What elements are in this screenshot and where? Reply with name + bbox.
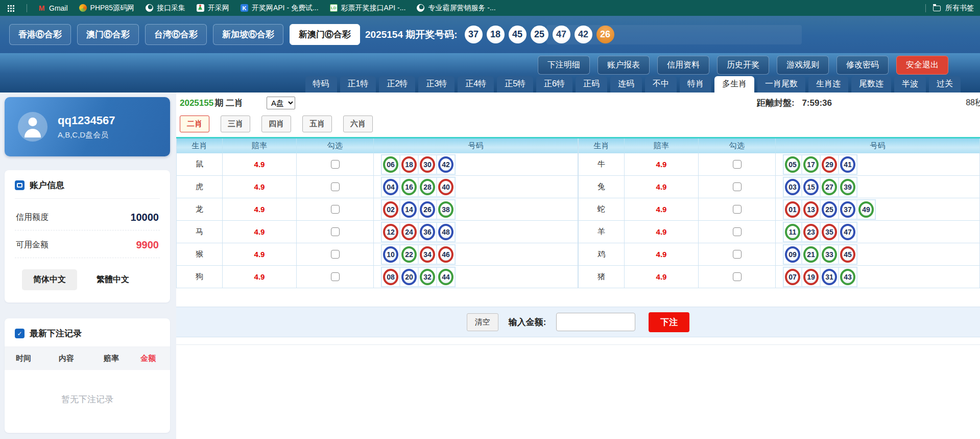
account-button[interactable]: 历史开奖 (717, 56, 769, 75)
nav-tab-过关[interactable]: 过关 (929, 76, 961, 93)
nav-tab-正6特[interactable]: 正6特 (536, 76, 572, 93)
zodiac-checkbox[interactable] (331, 205, 340, 214)
number-ball: 01 (785, 201, 800, 218)
all-bookmarks-button[interactable]: 所有书签 (931, 4, 974, 13)
ball-cell: 44 (437, 267, 455, 287)
plate-select[interactable]: A盘 (267, 97, 295, 109)
palm-icon (197, 4, 204, 12)
number-ball: 32 (420, 269, 435, 285)
account-button[interactable]: 信用资料 (657, 56, 709, 75)
zodiac-cell: 虎 (177, 176, 223, 198)
account-button[interactable]: 账户报表 (597, 56, 650, 75)
bookmark-item[interactable]: LD彩票开奖接口API -... (324, 2, 412, 15)
bookmark-item[interactable]: MGmail (32, 2, 74, 15)
number-ball: 38 (438, 201, 453, 218)
number-ball: 04 (383, 179, 398, 195)
bookmark-item[interactable]: PHP85源码网 (74, 2, 140, 15)
account-info-card: 账户信息 信用额度10000可用金额9900 简体中文 繁體中文 (5, 170, 170, 303)
bet-records-column: 赔率 (104, 354, 140, 363)
account-button[interactable]: 下注明细 (538, 56, 590, 75)
lottery-tab[interactable]: 台湾⑥合彩 (145, 24, 207, 45)
nav-tab-连码[interactable]: 连码 (610, 76, 642, 93)
lang-simplified-button[interactable]: 简体中文 (22, 269, 77, 290)
column-header: 勾选 (699, 138, 776, 153)
logout-button[interactable]: 安全退出 (896, 56, 948, 75)
number-ball: 48 (438, 224, 453, 240)
numbers-cell: 08203244 (374, 266, 578, 288)
sub-tab-五肖[interactable]: 五肖 (302, 115, 332, 132)
number-ball: 17 (803, 156, 819, 173)
zodiac-checkbox[interactable] (733, 205, 742, 214)
ball-cell: 46 (437, 245, 455, 264)
zodiac-checkbox[interactable] (331, 250, 340, 259)
nav-tab-正码[interactable]: 正码 (576, 76, 607, 93)
account-info-row: 可用金额9900 (15, 230, 160, 258)
zodiac-cell: 马 (177, 221, 223, 243)
sub-tab-二肖[interactable]: 二肖 (180, 115, 209, 132)
lottery-tab[interactable]: 新澳门⑥合彩 (290, 24, 360, 45)
nav-tab-半波[interactable]: 半波 (894, 76, 926, 93)
bookmark-label: PHP85源码网 (90, 4, 134, 13)
ld-icon: LD (330, 4, 338, 12)
bet-records-column: 内容 (59, 354, 104, 363)
lottery-tabs: 香港⑥合彩澳门⑥合彩台湾⑥合彩新加坡⑥合彩新澳门⑥合彩 (9, 24, 360, 45)
amount-label: 输入金额: (509, 316, 546, 328)
nav-tab-正5特[interactable]: 正5特 (497, 76, 533, 93)
bookmark-item[interactable]: 专业霸屏营销服务 -... (411, 2, 501, 15)
apps-grid-icon[interactable] (6, 5, 16, 12)
zodiac-checkbox[interactable] (331, 182, 340, 191)
zodiac-checkbox[interactable] (733, 227, 742, 236)
sub-tab-四肖[interactable]: 四肖 (261, 115, 291, 132)
nav-tab-正4特[interactable]: 正4特 (458, 76, 494, 93)
lang-traditional-button[interactable]: 繁體中文 (85, 269, 140, 290)
nav-tab-正1特[interactable]: 正1特 (340, 76, 376, 93)
number-ball: 07 (785, 269, 800, 285)
bookmark-item[interactable]: 接口采集 (140, 2, 191, 15)
clear-button[interactable]: 清空 (467, 313, 498, 331)
checkbox-cell (297, 221, 374, 243)
notice-area (546, 25, 802, 44)
lottery-tab[interactable]: 香港⑥合彩 (9, 24, 71, 45)
zodiac-cell: 猪 (579, 266, 625, 288)
zodiac-checkbox[interactable] (331, 160, 340, 169)
ball-cell: 31 (820, 267, 839, 287)
number-ball: 41 (840, 156, 855, 173)
nav-tab-一肖尾数[interactable]: 一肖尾数 (757, 76, 805, 93)
separator (925, 4, 926, 12)
sub-tab-六肖[interactable]: 六肖 (343, 115, 373, 132)
zodiac-checkbox[interactable] (733, 182, 742, 191)
odds-cell: 4.9 (625, 176, 699, 198)
bookmark-label: 接口采集 (157, 4, 185, 13)
zodiac-checkbox[interactable] (331, 272, 340, 281)
numbers-cell: 10223446 (374, 243, 578, 266)
amount-input[interactable] (556, 313, 635, 331)
zodiac-checkbox[interactable] (733, 250, 742, 259)
ball-cell: 40 (437, 177, 455, 197)
nav-tab-不中[interactable]: 不中 (645, 76, 677, 93)
ball-group: 02142638 (381, 199, 456, 220)
lottery-tab[interactable]: 澳门⑥合彩 (77, 24, 139, 45)
zodiac-checkbox[interactable] (331, 227, 340, 236)
checkbox-cell (699, 221, 776, 243)
bookmark-item[interactable]: K开奖网API - 免费试... (235, 2, 324, 15)
ball-cell: 28 (418, 177, 437, 197)
bookmark-item[interactable]: 开采网 (191, 2, 235, 15)
ball-cell: 16 (400, 177, 418, 197)
nav-tab-生肖连[interactable]: 生肖连 (808, 76, 848, 93)
zodiac-checkbox[interactable] (733, 272, 742, 281)
bet-submit-button[interactable]: 下注 (649, 312, 689, 332)
numbers-cell: 06183042 (374, 153, 578, 176)
nav-tab-正3特[interactable]: 正3特 (418, 76, 455, 93)
nav-tab-尾数连[interactable]: 尾数连 (851, 76, 891, 93)
ball-cell: 37 (839, 200, 857, 219)
nav-tab-特码[interactable]: 特码 (305, 76, 337, 93)
nav-tab-正2特[interactable]: 正2特 (379, 76, 415, 93)
account-button[interactable]: 游戏规则 (777, 56, 829, 75)
sub-tab-三肖[interactable]: 三肖 (221, 115, 250, 132)
nav-tab-特肖[interactable]: 特肖 (680, 76, 711, 93)
numbers-cell: 11233547 (776, 221, 980, 243)
nav-tab-多生肖[interactable]: 多生肖 (714, 76, 754, 93)
lottery-tab[interactable]: 新加坡⑥合彩 (213, 24, 283, 45)
zodiac-checkbox[interactable] (733, 160, 742, 169)
account-button[interactable]: 修改密码 (836, 56, 889, 75)
